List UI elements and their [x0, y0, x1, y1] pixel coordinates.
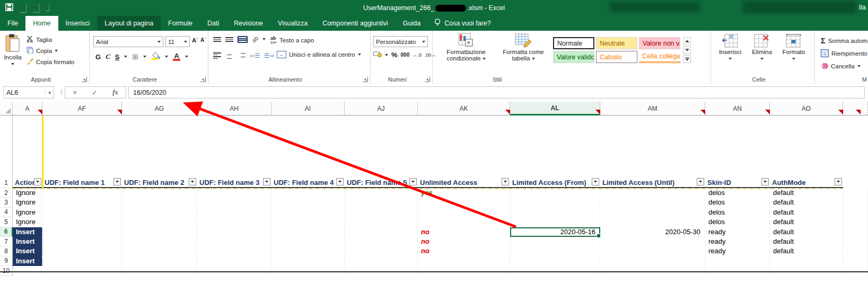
cell-A4[interactable]: Ignore: [13, 208, 42, 217]
name-box[interactable]: AL6 ▾: [3, 86, 54, 99]
field-header-Limited Access (Until)[interactable]: Limited Access (Until): [600, 116, 705, 188]
cell-AJ6[interactable]: [345, 227, 418, 237]
cell-AI5[interactable]: [271, 217, 345, 227]
filter-dropdown-icon[interactable]: [113, 178, 121, 185]
font-name-select[interactable]: Arial: [93, 36, 163, 47]
number-format-select[interactable]: Personalizzato: [373, 36, 428, 47]
cell-AP4[interactable]: [843, 208, 868, 217]
merge-center-dropdown[interactable]: [358, 54, 361, 56]
cell-AO2[interactable]: default: [770, 188, 843, 198]
cell-AL8[interactable]: [510, 246, 600, 256]
font-color-dropdown[interactable]: [185, 56, 188, 58]
cell-style-calcolo[interactable]: Calcolo: [596, 51, 637, 63]
borders-icon[interactable]: ⊞: [132, 52, 138, 61]
field-header-blank[interactable]: [843, 116, 868, 188]
cell-AH8[interactable]: [197, 246, 271, 256]
numeri-dialog-launcher[interactable]: [425, 77, 430, 82]
allineamento-dialog-launcher[interactable]: [363, 77, 368, 82]
cell-A3[interactable]: Ignore: [13, 198, 42, 207]
font-size-select[interactable]: 11: [165, 36, 190, 47]
cell-AK3[interactable]: [418, 198, 510, 207]
appunti-dialog-launcher[interactable]: [82, 77, 87, 82]
filter-dropdown-icon[interactable]: [336, 178, 344, 185]
row-header-8[interactable]: 8: [0, 246, 13, 256]
cell-style-valido[interactable]: Valore valido: [553, 51, 594, 63]
cell-AN6[interactable]: ready: [705, 227, 770, 237]
cell-AM9[interactable]: [600, 256, 705, 266]
tab-revisione[interactable]: Revisione: [226, 16, 270, 31]
cell-AJ4[interactable]: [345, 208, 418, 217]
field-header-UDF: Field name 1[interactable]: UDF: Field name 1: [42, 116, 122, 188]
field-header-Limited Access (From)[interactable]: Limited Access (From): [510, 116, 600, 188]
cell-AH7[interactable]: [197, 237, 271, 246]
cell-AP7[interactable]: [843, 237, 868, 246]
format-painter-button[interactable]: Copia formato: [27, 56, 74, 67]
cell-A9[interactable]: Insert: [13, 256, 42, 266]
filter-dropdown-icon[interactable]: [502, 178, 509, 185]
cell-A6[interactable]: Insert: [13, 227, 42, 237]
cell-AN5[interactable]: delos: [705, 217, 770, 227]
field-header-UDF: Field name 4[interactable]: UDF: Field name 4: [271, 116, 345, 188]
cell-AP5[interactable]: [843, 217, 868, 227]
cell-AI7[interactable]: [271, 237, 345, 246]
cell-AG6[interactable]: [122, 227, 197, 237]
cell-AO7[interactable]: default: [770, 237, 843, 246]
cell-AH5[interactable]: [197, 217, 271, 227]
tab-home[interactable]: Home: [25, 16, 58, 31]
select-all-corner[interactable]: [0, 102, 13, 116]
filter-dropdown-icon[interactable]: [409, 178, 417, 185]
tab-file[interactable]: File: [0, 16, 25, 31]
wrap-text-button[interactable]: abc↩ Testo a capo: [270, 36, 314, 45]
filter-dropdown-icon[interactable]: [761, 178, 769, 185]
enter-icon[interactable]: ✓: [92, 88, 97, 96]
name-box-dropdown[interactable]: ▾: [45, 90, 51, 95]
conditional-formatting-button[interactable]: ≠ Formattazione condizionale: [437, 33, 495, 61]
column-header-AG[interactable]: AG: [122, 102, 197, 116]
percent-icon[interactable]: %: [391, 51, 398, 59]
paste-dropdown[interactable]: [11, 63, 14, 65]
tab-formule[interactable]: Formule: [161, 16, 200, 31]
cell-AM5[interactable]: [600, 217, 705, 227]
column-header-AM[interactable]: AM: [600, 102, 705, 116]
cell-style-neutrale[interactable]: Neutrale: [596, 37, 637, 49]
cell-AM3[interactable]: [600, 198, 705, 207]
cell-AJ8[interactable]: [345, 246, 418, 256]
italic-button[interactable]: C: [106, 52, 110, 61]
cell-AN8[interactable]: ready: [705, 246, 770, 256]
field-header-UDF: Field name 2[interactable]: UDF: Field name 2: [122, 116, 197, 188]
field-header-Unlimited Access[interactable]: Unlimited Access: [418, 116, 510, 188]
gallery-down-icon[interactable]: [683, 46, 691, 54]
orientation-icon[interactable]: ab: [251, 35, 260, 44]
cell-AM2[interactable]: [600, 188, 705, 198]
fill-button[interactable]: ↓ Riempimento: [821, 48, 868, 59]
cell-AL7[interactable]: [510, 237, 600, 246]
cell-AH2[interactable]: [197, 188, 271, 198]
cell-A8[interactable]: Insert: [13, 246, 42, 256]
cell-AL5[interactable]: [510, 217, 600, 227]
field-header-UDF: Field name 3[interactable]: UDF: Field name 3: [197, 116, 271, 188]
column-header-AJ[interactable]: AJ: [345, 102, 418, 116]
align-left-icon[interactable]: [213, 52, 221, 59]
cancel-icon[interactable]: ×: [73, 88, 77, 96]
filter-dropdown-icon[interactable]: [34, 178, 41, 185]
cell-AI2[interactable]: [271, 188, 345, 198]
cell-AJ7[interactable]: [345, 237, 418, 246]
cell-AJ5[interactable]: [345, 217, 418, 227]
cell-AK2[interactable]: yes: [418, 188, 510, 198]
cell-AN7[interactable]: ready: [705, 237, 770, 246]
cell-A2[interactable]: Ignore: [13, 188, 42, 198]
row-header-3[interactable]: 3: [0, 198, 13, 207]
delete-cells-button[interactable]: Elimina: [747, 34, 777, 61]
cell-AN4[interactable]: delos: [705, 208, 770, 217]
decrease-indent-icon[interactable]: ⇦☰: [250, 52, 260, 59]
cell-AH9[interactable]: [197, 256, 271, 266]
cell-AP9[interactable]: [843, 256, 868, 266]
format-as-table-button[interactable]: Formatta come tabella: [497, 33, 550, 61]
merge-center-button[interactable]: ↔ Unisci e allinea al centro: [277, 51, 361, 58]
column-header-AF[interactable]: AF: [42, 102, 122, 116]
align-middle-icon[interactable]: [225, 37, 233, 42]
cell-AN9[interactable]: [705, 256, 770, 266]
cell-AL6[interactable]: 2020-05-16: [510, 227, 600, 237]
cell-AG7[interactable]: [122, 237, 197, 246]
orientation-dropdown[interactable]: [262, 38, 266, 40]
